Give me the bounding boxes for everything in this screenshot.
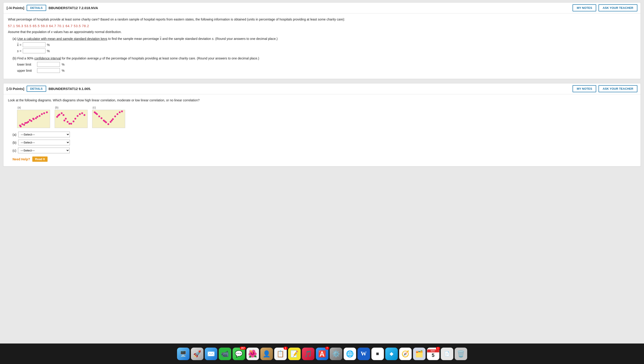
svg-point-48: [111, 120, 113, 121]
dock-appstore[interactable]: 🅰️ 7: [316, 347, 328, 360]
svg-point-26: [74, 118, 76, 120]
lower-limit-label: lower limit: [17, 63, 35, 66]
appstore-badge: 7: [325, 347, 329, 350]
dock-mail[interactable]: ✉️: [205, 347, 217, 360]
question-8-body: What percentage of hospitals provide at …: [4, 14, 640, 79]
question-8-ask-teacher-button[interactable]: ASK YOUR TEACHER: [598, 4, 638, 12]
svg-point-23: [68, 123, 70, 125]
select-b-label: (b): [12, 141, 16, 144]
question-9-details-button[interactable]: DETAILS: [26, 86, 46, 92]
x-bar-label: x =: [17, 43, 22, 47]
question-8-details-button[interactable]: DETAILS: [26, 5, 46, 11]
select-a-label: (a): [12, 133, 16, 136]
question-9-actions: MY NOTES ASK YOUR TEACHER: [572, 85, 638, 92]
dock-photos[interactable]: 🌺: [246, 347, 259, 360]
question-9-ask-teacher-button[interactable]: ASK YOUR TEACHER: [598, 85, 638, 92]
question-9-code: BBUNDERSTAT12 9.1.005.: [48, 87, 570, 91]
svg-point-30: [84, 114, 85, 116]
macos-dock: 🖥️ 🚀 ✉️ 📹 💬 297 🌺 👤 📋 1 📝 🎵 🅰️ 7 ⚙️: [0, 343, 644, 364]
dock-music[interactable]: 🎵: [302, 347, 314, 360]
x-bar-input[interactable]: [23, 42, 46, 47]
svg-point-46: [95, 112, 97, 114]
dock-launchpad[interactable]: 🚀: [191, 347, 204, 360]
dock-file-manager[interactable]: 🗂️: [413, 347, 426, 360]
svg-point-44: [119, 111, 120, 113]
x-variable: x: [51, 30, 52, 34]
dock-trash[interactable]: 🗑️: [455, 347, 467, 360]
diagram-b-svg: [55, 110, 88, 128]
question-8-text: What percentage of hospitals provide at …: [8, 17, 636, 22]
question-9-header: [-/3 Points] DETAILS BBUNDERSTAT12 9.1.0…: [4, 83, 640, 94]
dock-messages[interactable]: 💬 297: [232, 347, 245, 360]
dock-chrome[interactable]: 🌐: [344, 347, 356, 360]
svg-point-2: [24, 122, 26, 124]
select-b-dropdown[interactable]: ---Select--- High linear correlation Mod…: [18, 140, 70, 145]
dock-contacts[interactable]: 👤: [260, 347, 273, 360]
question-8-code: BBUNDERSTAT12 7.2.018.NVA: [48, 6, 570, 10]
diagram-c-wrapper: (c): [92, 106, 125, 128]
svg-point-1: [22, 123, 23, 125]
question-8-normal-text: Assume that the population of x values h…: [8, 30, 636, 34]
question-8-part-b: (b) Find a 90% confidence interval for t…: [8, 57, 636, 73]
question-9-my-notes-button[interactable]: MY NOTES: [572, 85, 596, 92]
dock-roblox[interactable]: ■: [372, 347, 384, 360]
dock-reminders[interactable]: 📋 1: [274, 347, 287, 360]
diagram-b-wrapper: (b): [54, 106, 88, 128]
dock-system-prefs[interactable]: ⚙️: [330, 347, 342, 360]
messages-badge: 297: [240, 347, 246, 350]
question-8-points: [-/4 Points]: [6, 6, 24, 10]
svg-point-36: [100, 117, 102, 119]
diagram-a-wrapper: (a): [17, 106, 50, 128]
svg-point-9: [39, 115, 40, 117]
svg-point-28: [79, 113, 81, 115]
reminders-badge: 1: [284, 347, 288, 350]
read-it-button[interactable]: Read It: [32, 157, 48, 162]
diagram-b: [54, 110, 88, 128]
upper-limit-row: upper limit %: [17, 68, 636, 73]
dock-unknown-blue[interactable]: ◆: [385, 347, 398, 360]
select-c-label: (c): [12, 149, 16, 152]
select-b-row: (b) ---Select--- High linear correlation…: [12, 140, 636, 145]
upper-limit-input[interactable]: [37, 68, 60, 73]
diagram-a-svg: [17, 110, 50, 128]
svg-point-42: [114, 116, 116, 117]
select-c-dropdown[interactable]: ---Select--- High linear correlation Mod…: [18, 148, 70, 153]
svg-point-11: [43, 112, 45, 114]
svg-point-10: [41, 113, 43, 115]
lower-limit-input[interactable]: [37, 62, 60, 67]
need-help-section: Need Help? Read It: [12, 157, 636, 162]
question-8-my-notes-button[interactable]: MY NOTES: [572, 4, 596, 12]
svg-point-5: [30, 120, 32, 122]
dock-notes[interactable]: 📝: [288, 347, 300, 360]
dock-calendar[interactable]: MAY 5 1: [427, 347, 440, 360]
svg-point-7: [35, 117, 37, 119]
s-input[interactable]: [23, 49, 46, 53]
svg-point-35: [98, 116, 100, 117]
lower-limit-row: lower limit %: [17, 62, 636, 67]
need-help-label: Need Help?: [12, 157, 30, 161]
x-bar-unit: %: [47, 43, 50, 47]
svg-point-21: [65, 118, 67, 120]
question-8-header: [-/4 Points] DETAILS BBUNDERSTAT12 7.2.0…: [4, 3, 640, 14]
calendar-day: 5: [432, 352, 434, 358]
diagram-c: [92, 110, 125, 128]
diagram-c-svg: [92, 110, 125, 128]
question-8-data: 57.1 56.3 53.5 65.5 59.0 64.7 70.1 64.7 …: [8, 24, 636, 28]
question-9: [-/3 Points] DETAILS BBUNDERSTAT12 9.1.0…: [3, 83, 641, 167]
svg-point-24: [70, 123, 72, 125]
select-a-dropdown[interactable]: ---Select--- High linear correlation Mod…: [18, 132, 70, 137]
s-label: s =: [17, 49, 22, 53]
diagram-c-label: (c): [92, 106, 96, 109]
dock-docx[interactable]: 📄: [441, 347, 453, 360]
svg-point-14: [23, 124, 25, 126]
dock-safari[interactable]: 🧭: [399, 347, 412, 360]
dock-facetime[interactable]: 📹: [219, 347, 231, 360]
question-9-body: Look at the following diagrams. Which di…: [4, 94, 640, 166]
svg-point-13: [20, 126, 22, 127]
diagram-a: [17, 110, 50, 128]
dock-word[interactable]: W: [358, 347, 370, 360]
dock-finder[interactable]: 🖥️: [177, 347, 190, 360]
svg-point-16: [32, 118, 34, 120]
svg-point-27: [77, 115, 78, 117]
svg-point-4: [29, 119, 31, 121]
